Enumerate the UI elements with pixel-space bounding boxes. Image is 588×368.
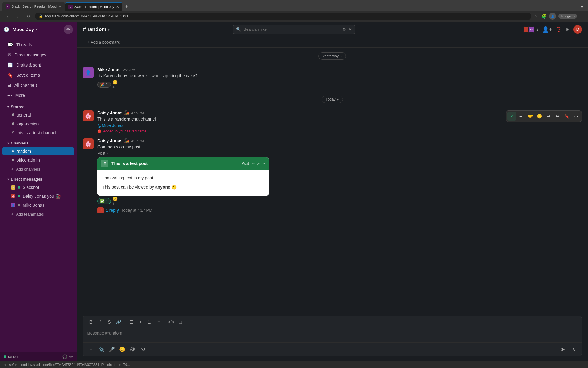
dm-item-daisy[interactable]: 🌸 Daisy Jonas you 🚂	[2, 192, 74, 201]
channels-section-header[interactable]: ▾ Channels	[2, 140, 74, 147]
bookmark-action-btn[interactable]: 🔖	[563, 112, 571, 121]
mike-time[interactable]: 2:25 PM	[123, 68, 135, 72]
code-btn[interactable]: </>	[167, 318, 175, 326]
post-label-dropdown[interactable]: Post ∨	[97, 151, 109, 155]
input-placeholder: Message #random	[87, 331, 122, 335]
attachment-btn[interactable]: 📎	[97, 345, 106, 354]
daisy-time-1[interactable]: 4:15 PM	[131, 111, 144, 115]
sidebar-item-all-channels[interactable]: ⊞ All channels	[2, 80, 74, 90]
url-bar[interactable]: 🔒 app.slack.com/client/T04A4T58F4H/C049U…	[35, 13, 531, 20]
reply-info[interactable]: D 1 reply Today at 4:17 PM	[97, 207, 582, 213]
date-badge-yesterday[interactable]: Yesterday ∨	[318, 52, 346, 60]
headset-icon[interactable]: 🎧	[62, 354, 67, 359]
daisy-author-2[interactable]: Daisy Jonas 🚂	[97, 138, 129, 143]
reaction-check[interactable]: ✅ 1	[97, 198, 111, 204]
post-preview[interactable]: ≡ This is a test post Post ✏ ↗ ⋯ I am wr…	[97, 157, 269, 196]
add-reaction-btn-2[interactable]: 😊+	[112, 197, 120, 205]
reply-action-btn[interactable]: ↩	[544, 112, 553, 121]
sidebar-item-threads[interactable]: 💬 Threads	[2, 40, 74, 50]
members-button[interactable]: D M 2	[523, 26, 538, 33]
tab-more-button[interactable]: ≡	[578, 2, 586, 11]
browser-menu-icon[interactable]: ⋮	[579, 13, 584, 19]
incognito-badge[interactable]: Incognito	[558, 14, 577, 19]
plus-btn[interactable]: +	[87, 345, 95, 354]
strikethrough-button[interactable]: S	[105, 318, 114, 326]
mike-status-dot	[18, 204, 20, 206]
link-button[interactable]: 🔗	[114, 318, 123, 326]
check-action-btn-2[interactable]: ✓	[507, 112, 516, 121]
daisy-time-2[interactable]: 4:17 PM	[131, 139, 144, 143]
send-button[interactable]: ➤	[558, 344, 567, 354]
sidebar-item-more[interactable]: ••• More	[2, 90, 74, 100]
code-block-btn[interactable]: □	[176, 318, 185, 326]
pencil-icon[interactable]: ✏	[69, 354, 73, 359]
mic-btn[interactable]: 🎤	[107, 345, 116, 354]
channel-item-office-admin[interactable]: # office-admin	[2, 156, 74, 164]
user-profile-icon[interactable]: 👤	[549, 13, 556, 20]
tab-close-search[interactable]: ✕	[58, 4, 62, 9]
add-bookmark-link[interactable]: + Add a bookmark	[88, 40, 120, 44]
mention-link[interactable]: @Mike Jonas	[97, 123, 582, 128]
handshake-action-btn[interactable]: 🤝	[526, 112, 534, 121]
channel-item-general[interactable]: # general	[2, 111, 74, 119]
help-icon[interactable]: ❓	[556, 26, 562, 32]
bold-button[interactable]: B	[87, 318, 95, 326]
add-channels-item[interactable]: + Add channels	[2, 165, 74, 173]
search-close-icon[interactable]: ✕	[349, 27, 352, 32]
search-input[interactable]	[243, 27, 340, 32]
reply-count-link[interactable]: 1 reply	[106, 208, 119, 213]
more-dots-btn[interactable]: ⋯	[572, 112, 580, 121]
bookmark-star-button[interactable]: ☆	[534, 13, 538, 19]
workspace-name[interactable]: Mood Joy ∨	[13, 27, 38, 32]
mention-btn[interactable]: @	[128, 345, 137, 354]
tab-random[interactable]: S Slack | random | Mood Joy ✕	[65, 2, 122, 11]
dm-item-slackbot[interactable]: ❤ Slackbot	[2, 183, 74, 192]
format-btn[interactable]: Aa	[139, 345, 147, 354]
emoji-btn[interactable]: 😊	[118, 345, 126, 354]
forward-action-btn[interactable]: ↪	[553, 112, 562, 121]
sidebar-item-direct-messages[interactable]: ✉ Direct messages	[2, 50, 74, 60]
channel-name-group[interactable]: # random ∨	[83, 26, 110, 33]
compose-button[interactable]: ✏	[64, 25, 73, 34]
search-filter-icon[interactable]: ⚙	[342, 27, 346, 32]
status-indicator[interactable]: random	[4, 355, 21, 359]
message-input-field[interactable]: Message #random	[83, 327, 582, 342]
expand-button[interactable]: ∧	[569, 345, 578, 354]
extensions-icon[interactable]: 🧩	[541, 14, 547, 19]
reaction-party[interactable]: 🎉 1	[97, 82, 111, 88]
channel-item-random[interactable]: # random	[2, 147, 74, 155]
sidebar-item-saved-items[interactable]: 🔖 Saved items	[2, 70, 74, 80]
tab-close-random[interactable]: ✕	[116, 5, 119, 9]
italic-button[interactable]: I	[96, 318, 104, 326]
reload-button[interactable]: ↻	[24, 12, 32, 20]
tab-search[interactable]: S Slack | Search Results | Mood ✕	[2, 2, 65, 11]
dm-section-header[interactable]: ▾ Direct messages	[2, 176, 74, 183]
history-icon[interactable]: 🕐	[4, 27, 9, 32]
add-reaction-btn[interactable]: 😊+	[112, 81, 120, 88]
add-member-button[interactable]: 👤+	[542, 26, 552, 33]
top-search-bar[interactable]: 🔍 ⚙ ✕	[233, 25, 355, 34]
dots-action-btn-2[interactable]: ••	[517, 112, 525, 121]
channel-item-logo-design[interactable]: # logo-design	[2, 120, 74, 128]
user-avatar[interactable]: D	[573, 25, 582, 34]
list-btn[interactable]: ☰	[127, 318, 135, 326]
grid-view-icon[interactable]: ⊞	[566, 26, 570, 32]
back-button[interactable]: ‹	[4, 12, 12, 20]
sidebar-item-drafts[interactable]: 📄 Drafts & sent	[2, 60, 74, 70]
ordered-list-btn[interactable]: 1.	[145, 318, 154, 326]
emoji-action-btn[interactable]: 😊	[535, 112, 544, 121]
forward-button[interactable]: ›	[14, 12, 22, 20]
post-edit-btn[interactable]: ✏	[252, 161, 255, 166]
channel-item-test[interactable]: # this-is-a-test-channel	[2, 128, 74, 137]
date-badge-today[interactable]: Today ∨	[322, 96, 343, 103]
daisy-author-1[interactable]: Daisy Jonas 🚂	[97, 110, 129, 115]
bullet-btn[interactable]: •	[136, 318, 145, 326]
dm-item-mike[interactable]: 👤 Mike Jonas	[2, 201, 74, 209]
new-tab-button[interactable]: +	[123, 2, 131, 11]
post-more-btn[interactable]: ⋯	[261, 161, 265, 166]
starred-section-header[interactable]: ▾ Starred	[2, 103, 74, 110]
post-share-btn[interactable]: ↗	[257, 161, 260, 166]
add-teammates-item[interactable]: + Add teammates	[2, 210, 74, 218]
mike-author[interactable]: Mike Jonas	[97, 67, 120, 72]
indent-btn[interactable]: ≡	[154, 318, 163, 326]
